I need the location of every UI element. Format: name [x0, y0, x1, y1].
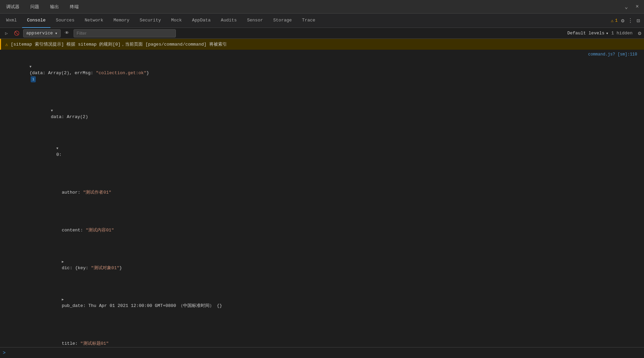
line-gutter [0, 51, 7, 52]
tree-arrow-data[interactable] [51, 108, 55, 114]
warning-text: [sitemap 索引情况提示] 根据 sitemap 的规则[0]，当前页面 … [11, 41, 227, 47]
tab-sources[interactable]: Sources [51, 14, 79, 28]
title-bar: 调试器 问题 输出 终端 ⌄ × [0, 0, 644, 14]
clear-icon[interactable]: 🚫 [13, 30, 20, 37]
data-array-line: data: Array(2) [0, 95, 644, 133]
console-input-bar: > [0, 347, 644, 358]
gear-icon[interactable]: ⚙ [621, 17, 625, 24]
console-toolbar: ▷ 🚫 appservice ▾ 👁 Default levels ▾ 1 hi… [0, 28, 644, 39]
item0-content: content: "测试内容01" [0, 208, 644, 246]
warning-bar: ⚠ [sitemap 索引情况提示] 根据 sitemap 的规则[0]，当前页… [0, 39, 644, 50]
tree-arrow-root[interactable] [29, 64, 33, 70]
title-bar-controls: ⌄ × [624, 4, 640, 10]
service-dropdown-icon: ▾ [55, 31, 58, 36]
warning-icon: ⚠ [5, 42, 8, 47]
hidden-count: 1 hidden [611, 31, 632, 36]
tab-sources-label: Sources [56, 18, 75, 23]
warning-count: 1 [615, 18, 618, 23]
execute-icon[interactable]: ▷ [3, 30, 10, 37]
eye-icon[interactable]: 👁 [63, 30, 71, 37]
item0-title: title: "测试标题01" [0, 322, 644, 347]
title-bar-debugger[interactable]: 调试器 [4, 2, 21, 11]
levels-label: Default levels [567, 31, 604, 36]
tree-arrow-dic[interactable] [62, 259, 66, 265]
tab-console-label: Console [27, 18, 46, 23]
tree-arrow-pubdate0[interactable] [62, 297, 66, 303]
tab-storage[interactable]: Storage [269, 14, 297, 28]
tree-arrow-0[interactable] [56, 146, 60, 152]
console-input[interactable] [8, 350, 641, 355]
tab-mock-label: Mock [171, 18, 182, 23]
console-root-line: {data: Array(2), errMsg: "collection.get… [0, 51, 644, 95]
filter-input[interactable] [74, 29, 176, 37]
chevron-down-icon[interactable]: ⌄ [624, 4, 629, 10]
tab-appdata-label: AppData [192, 18, 211, 23]
tab-bar-right: ⚠ 1 ⚙ ⋮ ⊡ [611, 17, 643, 24]
tab-storage-label: Storage [273, 18, 292, 23]
tab-network[interactable]: Network [80, 14, 108, 28]
item0-dic: dic: {key: "测试对象01"} [0, 246, 644, 284]
console-output: {data: Array(2), errMsg: "collection.get… [0, 50, 644, 347]
levels-dropdown-icon: ▾ [606, 31, 609, 36]
layout-icon[interactable]: ⊡ [637, 17, 640, 24]
settings-icon[interactable]: ⚙ [638, 30, 641, 37]
tab-appdata[interactable]: AppData [187, 14, 216, 28]
source-link[interactable]: command.js? [sm]:110 [588, 51, 641, 58]
tab-memory[interactable]: Memory [109, 14, 134, 28]
more-options-icon[interactable]: ⋮ [628, 17, 633, 24]
title-bar-output[interactable]: 输出 [48, 2, 61, 11]
tab-security[interactable]: Security [135, 14, 166, 28]
tab-audits-label: Audits [221, 18, 237, 23]
prompt-icon: > [3, 350, 5, 356]
line-content-root: {data: Array(2), errMsg: "collection.get… [7, 51, 588, 95]
levels-selector[interactable]: Default levels ▾ [567, 31, 609, 36]
tab-sensor[interactable]: Sensor [242, 14, 268, 28]
tab-mock[interactable]: Mock [166, 14, 186, 28]
tab-wxml[interactable]: Wxml [1, 14, 21, 28]
item0-pubdate: pub_date: Thu Apr 01 2021 12:00:00 GMT+0… [0, 284, 644, 322]
item0-line: 0: [0, 133, 644, 170]
tab-security-label: Security [140, 18, 161, 23]
title-bar-terminal[interactable]: 终端 [68, 2, 81, 11]
warning-triangle-icon: ⚠ [611, 18, 614, 23]
service-name: appservice [26, 31, 53, 36]
item0-author: author: "测试作者01" [0, 170, 644, 208]
blue-tag: 1 [31, 76, 36, 82]
tab-memory-label: Memory [113, 18, 129, 23]
tab-bar: Wxml Console Sources Network Memory Secu… [0, 14, 644, 28]
tab-network-label: Network [85, 18, 103, 23]
tab-wxml-label: Wxml [6, 18, 17, 23]
title-bar-issues[interactable]: 问题 [28, 2, 41, 11]
tab-sensor-label: Sensor [247, 18, 263, 23]
service-selector[interactable]: appservice ▾ [23, 29, 61, 37]
close-icon[interactable]: × [634, 4, 640, 10]
warning-badge[interactable]: ⚠ 1 [611, 18, 618, 23]
tab-trace-label: Trace [302, 18, 315, 23]
tab-audits[interactable]: Audits [216, 14, 242, 28]
tab-trace[interactable]: Trace [297, 14, 320, 28]
tab-console[interactable]: Console [22, 14, 50, 28]
